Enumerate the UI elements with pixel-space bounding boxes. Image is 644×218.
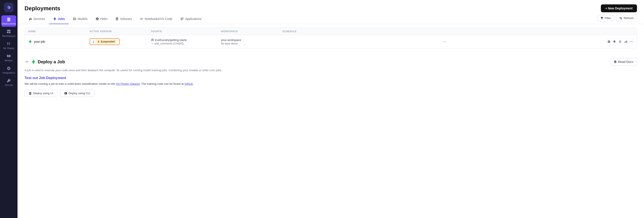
- schedule-cell: —: [282, 40, 607, 44]
- deploy-text-before-link1: We will be running a job to train a scik…: [24, 82, 116, 86]
- branch-icon: [151, 42, 154, 45]
- deploy-text-after-link1: . The training code can be found at: [140, 82, 184, 86]
- metrics-button[interactable]: [624, 38, 628, 45]
- tab-models-label: Models: [78, 17, 88, 20]
- sidebar: Deployments Workspaces ML Repos Models I…: [0, 0, 18, 218]
- refresh-button[interactable]: Refresh: [616, 15, 637, 21]
- row-actions: [607, 38, 633, 45]
- refresh-label: Refresh: [624, 16, 634, 20]
- grid-icon: [73, 17, 76, 20]
- version-number: 1: [93, 40, 94, 44]
- alert-button[interactable]: [613, 38, 616, 45]
- status-text: Suspended: [100, 40, 115, 43]
- workspace-name: your-workspace: [221, 38, 282, 42]
- tab-bar: Services Jobs Models Helm Volumes Notebo: [18, 14, 644, 24]
- tab-helm-label: Helm: [100, 17, 108, 20]
- bell-icon: [613, 40, 616, 43]
- col-schedule: SCHEDULE: [282, 30, 607, 33]
- list-icon: [618, 40, 622, 43]
- sidebar-item-ml-repos-label: ML Repos: [3, 47, 14, 50]
- run-button[interactable]: [607, 38, 611, 45]
- branch-name: add_comments (27e640): [154, 42, 184, 45]
- play-icon: [608, 40, 610, 43]
- repo-name: truefoundry/getting-starte: [155, 38, 187, 42]
- tab-services-label: Services: [33, 17, 45, 20]
- sidebar-item-secrets[interactable]: Secrets: [1, 77, 16, 88]
- ui-icon: [29, 92, 32, 95]
- tab-helm[interactable]: Helm: [92, 14, 112, 24]
- tab-notebooks-label: Notebooks/VS Code: [144, 17, 172, 20]
- deploy-text-end: .: [193, 82, 194, 86]
- chevron-down-icon: [24, 59, 29, 64]
- sidebar-item-deployments[interactable]: Deployments: [1, 15, 16, 27]
- col-source: SOURCE: [151, 30, 221, 33]
- logs-button[interactable]: [618, 38, 622, 45]
- app-logo: [4, 3, 14, 12]
- table-header: NAME ACTIVE VERSION SOURCE WORKSPACE SCH…: [25, 28, 637, 35]
- more-button[interactable]: [629, 38, 633, 45]
- tab-applications[interactable]: Applications: [176, 14, 206, 24]
- deploy-ui-button[interactable]: Deploy using UI: [24, 90, 58, 97]
- sidebar-item-workspaces-label: Workspaces: [2, 34, 15, 37]
- refresh-icon: [619, 17, 622, 20]
- read-docs-button[interactable]: Read Docs: [610, 58, 637, 66]
- sidebar-item-integrations-label: Integrations: [2, 72, 15, 74]
- filter-icon: [600, 17, 604, 20]
- job-name-cell: your-job: [28, 40, 90, 44]
- filter-button[interactable]: Filter: [597, 15, 614, 21]
- version-cell: 1 ⏸ Suspended: [90, 38, 151, 45]
- tab-notebooks[interactable]: Notebooks/VS Code: [136, 14, 176, 24]
- sidebar-item-secrets-label: Secrets: [4, 84, 13, 86]
- iris-dataset-link[interactable]: Iris Flower Dataset: [116, 82, 140, 86]
- globe-icon: [151, 38, 154, 42]
- read-docs-label: Read Docs: [618, 60, 633, 64]
- tab-applications-label: Applications: [185, 17, 202, 20]
- workspace-cluster: tfy-eaus-demo: [221, 42, 282, 45]
- volumes-icon: [115, 17, 119, 20]
- pause-icon: ⏸: [97, 40, 100, 43]
- tab-volumes-label: Volumes: [120, 17, 132, 20]
- repo-info: truefoundry/getting-starte: [151, 38, 221, 42]
- deploy-cli-label: Deploy using CLI: [68, 92, 90, 95]
- helm-icon: [96, 17, 99, 20]
- source-cell: truefoundry/getting-starte add_comments …: [151, 38, 221, 45]
- tab-volumes[interactable]: Volumes: [111, 14, 136, 24]
- deploy-buttons: Deploy using UI Deploy using CLI: [24, 90, 637, 97]
- doc-icon: [614, 60, 617, 63]
- jobs-table: NAME ACTIVE VERSION SOURCE WORKSPACE SCH…: [24, 28, 637, 48]
- deploy-title-text: Deploy a Job: [38, 59, 65, 64]
- new-deployment-button[interactable]: + New Deployment: [601, 4, 637, 12]
- branch-info: add_comments (27e640): [151, 42, 221, 45]
- tab-services[interactable]: Services: [24, 14, 49, 24]
- page-header: Deployments + New Deployment: [18, 0, 644, 12]
- deploy-description: A job is used to execute your code once …: [24, 68, 637, 72]
- deploy-bolt-icon: [31, 59, 36, 64]
- status-badge: ⏸ Suspended: [96, 40, 116, 44]
- tab-jobs[interactable]: Jobs: [49, 14, 69, 24]
- ellipsis-icon: [630, 40, 633, 43]
- tab-models[interactable]: Models: [69, 14, 91, 24]
- tab-actions: Filter Refresh: [597, 15, 637, 23]
- col-workspace: WORKSPACE: [221, 30, 282, 33]
- schedule-dash: —: [443, 40, 446, 44]
- deploy-ui-label: Deploy using UI: [33, 92, 53, 95]
- filter-label: Filter: [605, 16, 611, 20]
- sidebar-item-integrations[interactable]: Integrations: [1, 64, 16, 76]
- code-icon: [140, 17, 143, 20]
- github-link[interactable]: Github: [184, 82, 193, 86]
- sidebar-item-workspaces[interactable]: Workspaces: [1, 28, 16, 39]
- sidebar-item-models-label: Models: [5, 59, 12, 62]
- job-name: your-job: [34, 40, 45, 44]
- layers-icon: [28, 17, 32, 20]
- col-version: ACTIVE VERSION: [90, 30, 151, 33]
- deploy-section: Deploy a Job Read Docs A job is used to …: [24, 54, 637, 97]
- deploy-text: We will be running a job to train a scik…: [24, 82, 637, 86]
- deploy-title: Deploy a Job: [24, 59, 65, 64]
- deploy-cli-button[interactable]: Deploy using CLI: [60, 90, 94, 97]
- sidebar-item-models[interactable]: Models: [1, 52, 16, 64]
- page-title: Deployments: [24, 5, 60, 12]
- sidebar-item-ml-repos[interactable]: ML Repos: [1, 40, 16, 51]
- tab-jobs-label: Jobs: [58, 17, 65, 20]
- deploy-subtitle: Test out Job Deployment: [24, 76, 637, 80]
- table-row: your-job 1 ⏸ Suspended truefoundry/getti…: [25, 35, 637, 48]
